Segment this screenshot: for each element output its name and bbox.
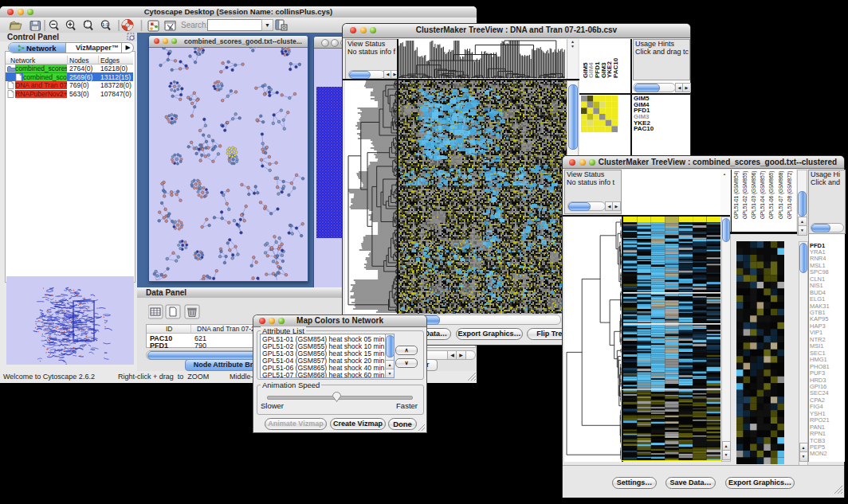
svg-text:GPL51-08 (GSM872): GPL51-08 (GSM872): [787, 171, 793, 219]
svg-text:GPL51-04 (GSM857): GPL51-04 (GSM857): [760, 171, 766, 219]
svg-text:GPL51-06 (GSM865): GPL51-06 (GSM865): [768, 171, 775, 219]
svg-text:GPL51-02 (GSM855): GPL51-02 (GSM855): [742, 171, 748, 219]
svg-text:1:1: 1:1: [102, 22, 108, 27]
svg-text:GPL51-03 (GSM856): GPL51-03 (GSM856): [751, 171, 757, 219]
svg-text:GPL51-07 (GSM868): GPL51-07 (GSM868): [778, 171, 784, 219]
svg-text:PAC10: PAC10: [612, 57, 619, 78]
svg-text:GPL51-01 (GSM854): GPL51-01 (GSM854): [733, 171, 740, 219]
